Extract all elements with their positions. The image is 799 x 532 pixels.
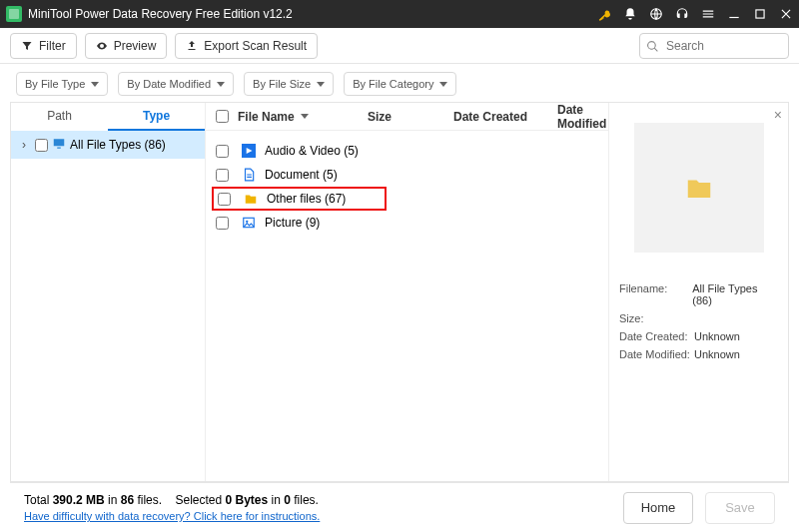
export-icon	[186, 40, 198, 52]
sidebar-tabs: Path Type	[11, 103, 205, 131]
preview-button[interactable]: Preview	[85, 33, 168, 59]
file-row-audio-video[interactable]: Audio & Video (5)	[206, 139, 608, 163]
footer-totals: Total 390.2 MB in 86 files. Selected 0 B…	[24, 493, 320, 507]
headset-icon[interactable]	[675, 7, 689, 21]
folder-icon	[243, 191, 259, 207]
document-icon	[241, 167, 257, 183]
preview-date-created-label: Date Created:	[619, 330, 694, 342]
row-checkbox[interactable]	[216, 145, 229, 158]
filter-file-size[interactable]: By File Size	[244, 72, 334, 96]
preview-date-modified-value: Unknown	[694, 348, 740, 360]
minimize-icon[interactable]	[727, 7, 741, 21]
column-date-created[interactable]: Date Created	[453, 110, 557, 124]
footer-help-link[interactable]: Have difficulty with data recovery? Clic…	[24, 510, 320, 522]
tab-type[interactable]: Type	[108, 103, 205, 131]
filter-date-modified[interactable]: By Date Modified	[118, 72, 234, 96]
home-button[interactable]: Home	[623, 492, 693, 524]
select-all-checkbox[interactable]	[216, 110, 229, 123]
export-label: Export Scan Result	[204, 39, 307, 53]
app-logo	[6, 6, 22, 22]
filter-file-type[interactable]: By File Type	[16, 72, 108, 96]
tree-root-checkbox[interactable]	[35, 139, 48, 152]
footer: Total 390.2 MB in 86 files. Selected 0 B…	[10, 482, 789, 532]
svg-point-4	[246, 221, 248, 223]
column-date-modified[interactable]: Date Modified	[557, 103, 608, 131]
search-input[interactable]	[639, 33, 789, 59]
file-list-panel: File Name Size Date Created Date Modifie…	[206, 103, 608, 481]
preview-date-modified-label: Date Modified:	[619, 348, 694, 360]
row-checkbox[interactable]	[218, 193, 231, 206]
chevron-down-icon	[317, 82, 325, 87]
row-checkbox[interactable]	[216, 217, 229, 230]
audio-video-icon	[241, 143, 257, 159]
picture-icon	[241, 215, 257, 231]
app-title: MiniTool Power Data Recovery Free Editio…	[28, 7, 293, 21]
menu-icon[interactable]	[701, 7, 715, 21]
list-header: File Name Size Date Created Date Modifie…	[206, 103, 608, 131]
preview-size-label: Size:	[619, 312, 694, 324]
preview-panel: × Filename:All File Types (86) Size: Dat…	[608, 103, 788, 481]
chevron-down-icon	[217, 82, 225, 87]
sort-icon	[301, 114, 309, 119]
main-area: Path Type › All File Types (86) File Nam…	[10, 102, 789, 482]
filter-file-category[interactable]: By File Category	[344, 72, 456, 96]
filter-row: By File Type By Date Modified By File Si…	[0, 64, 799, 102]
filter-button[interactable]: Filter	[10, 33, 77, 59]
toolbar: Filter Preview Export Scan Result	[0, 28, 799, 64]
file-row-other-files[interactable]: Other files (67)	[212, 187, 387, 211]
column-size[interactable]: Size	[368, 110, 453, 124]
eye-icon	[96, 40, 108, 52]
export-button[interactable]: Export Scan Result	[175, 33, 318, 59]
bell-icon[interactable]	[623, 7, 637, 21]
row-checkbox[interactable]	[216, 169, 229, 182]
file-row-picture[interactable]: Picture (9)	[206, 211, 608, 235]
file-row-document[interactable]: Document (5)	[206, 163, 608, 187]
preview-thumbnail	[634, 123, 764, 253]
preview-date-created-value: Unknown	[694, 330, 740, 342]
search-wrap	[639, 33, 789, 59]
row-label: Picture (9)	[265, 216, 320, 230]
monitor-icon	[52, 137, 66, 154]
preview-filename-value: All File Types (86)	[692, 282, 778, 306]
search-icon	[646, 39, 659, 57]
key-icon[interactable]	[597, 7, 611, 21]
filter-label: Filter	[39, 39, 66, 53]
title-bar: MiniTool Power Data Recovery Free Editio…	[0, 0, 799, 28]
row-label: Audio & Video (5)	[265, 144, 359, 158]
preview-filename-label: Filename:	[619, 282, 692, 306]
close-preview-icon[interactable]: ×	[774, 107, 782, 123]
maximize-icon[interactable]	[753, 7, 767, 21]
chevron-down-icon	[91, 82, 99, 87]
tree-root[interactable]: › All File Types (86)	[11, 131, 205, 159]
column-name[interactable]: File Name	[238, 110, 368, 124]
chevron-down-icon	[439, 82, 447, 87]
tree-root-label: All File Types (86)	[70, 138, 166, 152]
file-list: Audio & Video (5) Document (5) Other fil…	[206, 131, 608, 243]
save-button[interactable]: Save	[705, 492, 775, 524]
close-icon[interactable]	[779, 7, 793, 21]
row-label: Document (5)	[265, 168, 338, 182]
funnel-icon	[21, 40, 33, 52]
expand-icon[interactable]: ›	[17, 138, 31, 152]
svg-rect-1	[756, 10, 764, 18]
tab-path[interactable]: Path	[11, 103, 108, 131]
globe-icon[interactable]	[649, 7, 663, 21]
sidebar: Path Type › All File Types (86)	[11, 103, 206, 481]
row-label: Other files (67)	[267, 192, 346, 206]
preview-label: Preview	[114, 39, 157, 53]
